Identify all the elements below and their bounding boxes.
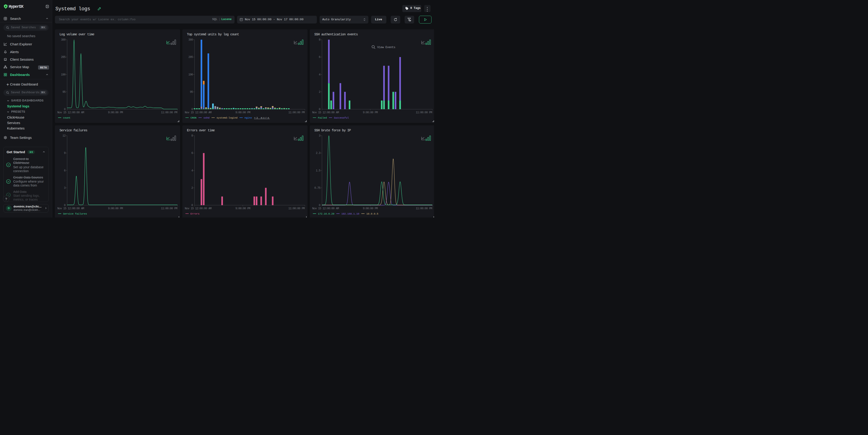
svg-text:SSH authentication events: SSH authentication events (314, 33, 358, 36)
svg-text:11:00:00 PM: 11:00:00 PM (288, 207, 305, 210)
svg-text:0: 0 (64, 108, 65, 111)
svg-text:172.16.0.20: 172.16.0.20 (318, 212, 334, 215)
svg-text:1.5: 1.5 (316, 169, 320, 173)
svg-text:View Events: View Events (377, 46, 395, 49)
svg-text:Nov 15 12:00:00 AM: Nov 15 12:00:00 AM (312, 207, 339, 210)
svg-text:Nov 15 12:00:00 AM: Nov 15 12:00:00 AM (57, 207, 84, 210)
svg-text:12: 12 (62, 134, 66, 137)
svg-text:192.168.1.10: 192.168.1.10 (341, 212, 359, 215)
svg-text:0: 0 (64, 204, 65, 207)
svg-text:9:00:00 PM: 9:00:00 PM (108, 207, 123, 210)
svg-text:Failed: Failed (318, 116, 327, 119)
svg-text:SSH brute force by IP: SSH brute force by IP (314, 129, 351, 132)
svg-text:4: 4 (191, 169, 193, 173)
svg-text:9:00:00 PM: 9:00:00 PM (108, 111, 123, 114)
svg-text:sshd: sshd (204, 116, 210, 119)
svg-text:95: 95 (190, 91, 193, 94)
svg-text:0: 0 (319, 108, 320, 111)
svg-text:10.0.0.5: 10.0.0.5 (366, 212, 378, 215)
svg-text:2.3: 2.3 (316, 152, 320, 155)
svg-text:2: 2 (191, 186, 193, 190)
svg-text:Service failures: Service failures (63, 212, 87, 215)
svg-text:Errors: Errors (190, 212, 199, 215)
svg-text:95: 95 (62, 91, 66, 94)
svg-text:Top systemd units by log count: Top systemd units by log count (187, 33, 239, 36)
svg-text:8: 8 (319, 38, 320, 41)
svg-text:+3 more: +3 more (254, 116, 270, 119)
svg-text:Log volume over time: Log volume over time (60, 33, 94, 36)
svg-text:190: 190 (188, 73, 193, 76)
svg-text:Successful: Successful (334, 116, 349, 119)
svg-text:9:00:00 PM: 9:00:00 PM (363, 111, 378, 114)
svg-text:11:00:00 PM: 11:00:00 PM (161, 207, 177, 210)
svg-text:2: 2 (319, 91, 320, 94)
svg-text:0: 0 (191, 108, 193, 111)
svg-text:3: 3 (319, 134, 320, 137)
svg-text:CRON: CRON (190, 116, 196, 119)
svg-text:8: 8 (191, 134, 193, 137)
svg-text:11:00:00 PM: 11:00:00 PM (288, 111, 305, 114)
svg-text:Nov 15 12:00:00 AM: Nov 15 12:00:00 AM (185, 111, 212, 114)
svg-text:6: 6 (64, 169, 65, 173)
svg-text:285: 285 (61, 56, 65, 59)
svg-text:count: count (63, 116, 70, 119)
svg-text:0.75: 0.75 (314, 186, 320, 190)
svg-text:9:00:00 PM: 9:00:00 PM (236, 207, 250, 210)
svg-text:4: 4 (319, 73, 320, 76)
svg-text:Nov 15 12:00:00 AM: Nov 15 12:00:00 AM (312, 111, 339, 114)
svg-text:Errors over time: Errors over time (187, 129, 215, 132)
svg-text:11:00:00 PM: 11:00:00 PM (161, 111, 177, 114)
svg-text:0: 0 (319, 204, 320, 207)
svg-text:6: 6 (191, 152, 193, 155)
svg-text:9:00:00 PM: 9:00:00 PM (236, 111, 250, 114)
svg-text:380: 380 (61, 38, 65, 41)
svg-text:systemd-logind: systemd-logind (217, 116, 238, 119)
svg-text:3: 3 (64, 186, 65, 190)
svg-text:0: 0 (191, 204, 193, 207)
svg-text:9:00:00 PM: 9:00:00 PM (363, 207, 378, 210)
svg-text:285: 285 (188, 56, 193, 59)
svg-text:11:00:00 PM: 11:00:00 PM (416, 207, 432, 210)
svg-text:380: 380 (188, 38, 193, 41)
svg-text:Nov 15 12:00:00 AM: Nov 15 12:00:00 AM (185, 207, 212, 210)
svg-text:6: 6 (319, 56, 320, 59)
svg-text:9: 9 (64, 152, 65, 155)
svg-text:Service failures: Service failures (60, 129, 87, 132)
svg-text:11:00:00 PM: 11:00:00 PM (416, 111, 432, 114)
svg-text:Nov 15 12:00:00 AM: Nov 15 12:00:00 AM (57, 111, 84, 114)
svg-text:190: 190 (61, 73, 65, 76)
svg-text:nginx: nginx (245, 116, 252, 119)
